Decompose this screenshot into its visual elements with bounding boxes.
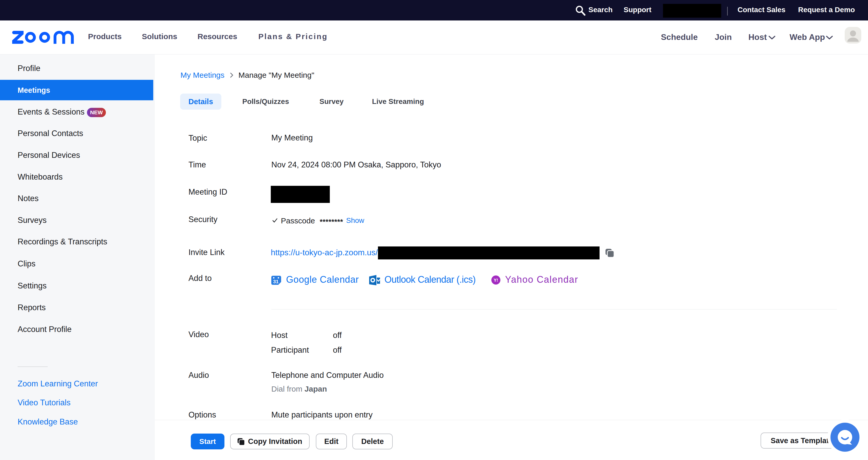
svg-text:Y!: Y! <box>494 278 498 283</box>
svg-text:31: 31 <box>273 279 279 284</box>
